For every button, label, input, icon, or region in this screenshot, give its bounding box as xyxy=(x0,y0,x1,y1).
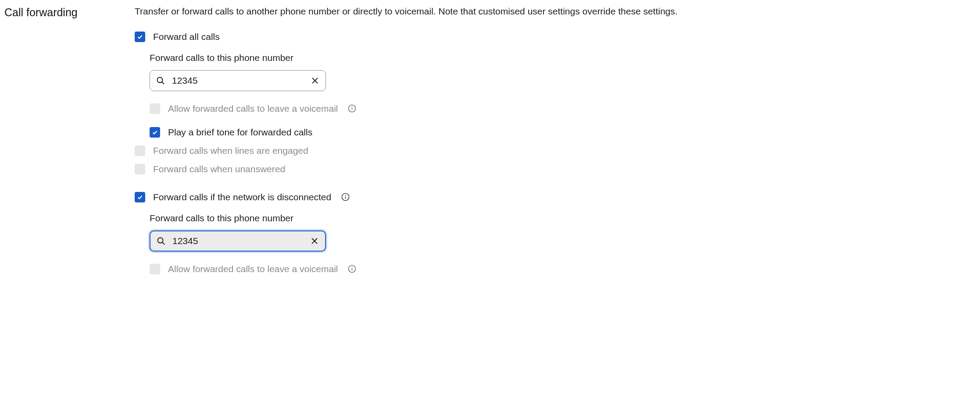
forward-all-phone-input-wrap xyxy=(150,70,326,91)
search-icon xyxy=(156,76,165,85)
forward-engaged-label: Forward calls when lines are engaged xyxy=(153,145,308,156)
forward-all-checkbox[interactable] xyxy=(135,32,145,42)
forward-all-label: Forward all calls xyxy=(153,32,220,42)
info-icon[interactable] xyxy=(341,192,350,201)
svg-line-1 xyxy=(162,82,164,84)
forward-disconnected-voicemail-row: Allow forwarded calls to leave a voicema… xyxy=(150,264,976,274)
forward-disconnected-checkbox[interactable] xyxy=(135,192,145,202)
svg-point-9 xyxy=(345,195,346,195)
forward-all-phone-input[interactable] xyxy=(171,75,304,86)
svg-line-11 xyxy=(162,242,165,245)
svg-point-6 xyxy=(352,106,353,107)
forward-unanswered-checkbox xyxy=(135,164,145,174)
forward-disconnected-row: Forward calls if the network is disconne… xyxy=(135,192,976,202)
search-icon xyxy=(157,237,165,245)
forward-all-row: Forward all calls xyxy=(135,32,976,42)
info-icon[interactable] xyxy=(348,104,357,113)
svg-point-10 xyxy=(158,238,163,243)
forward-disconnected-voicemail-checkbox xyxy=(150,264,160,274)
forward-disconnected-label: Forward calls if the network is disconne… xyxy=(153,192,331,202)
section-title: Call forwarding xyxy=(4,6,78,19)
info-icon[interactable] xyxy=(348,264,357,273)
forward-engaged-row: Forward calls when lines are engaged xyxy=(135,145,976,156)
forward-engaged-checkbox xyxy=(135,145,145,156)
forward-unanswered-label: Forward calls when unanswered xyxy=(153,164,285,174)
forward-all-tone-checkbox[interactable] xyxy=(150,127,160,138)
svg-point-16 xyxy=(352,266,353,267)
forward-all-voicemail-label: Allow forwarded calls to leave a voicema… xyxy=(168,103,338,114)
clear-icon[interactable] xyxy=(310,237,319,245)
forward-unanswered-row: Forward calls when unanswered xyxy=(135,164,976,174)
section-description: Transfer or forward calls to another pho… xyxy=(135,6,976,17)
forward-disconnected-phone-label: Forward calls to this phone number xyxy=(150,213,976,223)
forward-all-voicemail-row: Allow forwarded calls to leave a voicema… xyxy=(150,103,976,114)
clear-icon[interactable] xyxy=(311,76,319,85)
forward-all-tone-row: Play a brief tone for forwarded calls xyxy=(150,127,976,138)
forward-disconnected-phone-input-wrap xyxy=(150,230,326,252)
forward-disconnected-voicemail-label: Allow forwarded calls to leave a voicema… xyxy=(168,264,338,274)
forward-all-phone-label: Forward calls to this phone number xyxy=(150,53,976,63)
forward-all-voicemail-checkbox xyxy=(150,103,160,114)
call-forwarding-content: Transfer or forward calls to another pho… xyxy=(135,6,976,285)
forward-all-tone-label: Play a brief tone for forwarded calls xyxy=(168,127,312,138)
forward-disconnected-phone-input[interactable] xyxy=(172,235,304,247)
svg-point-0 xyxy=(157,78,163,83)
